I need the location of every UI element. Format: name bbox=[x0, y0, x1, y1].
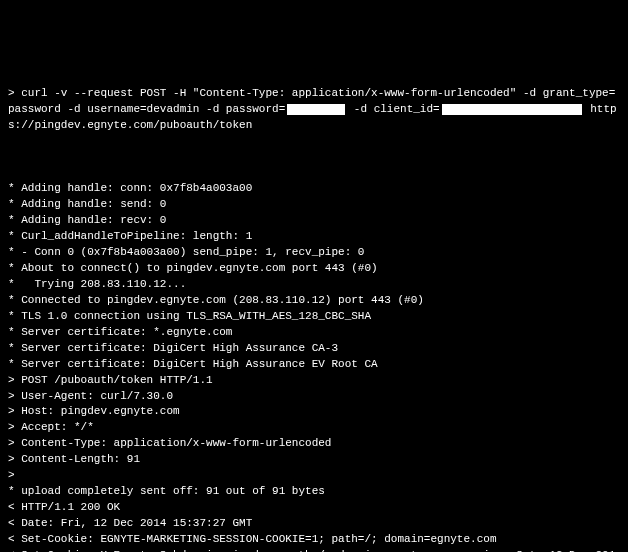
output-line: < Set-Cookie: X-Egnyte-Subdomain=pingdev… bbox=[8, 548, 620, 552]
output-line: * Adding handle: send: 0 bbox=[8, 197, 620, 213]
output-line: > Content-Type: application/x-www-form-u… bbox=[8, 436, 620, 452]
output-line: > Accept: */* bbox=[8, 420, 620, 436]
output-line: > bbox=[8, 468, 620, 484]
output-line: * Adding handle: conn: 0x7f8b4a003a00 bbox=[8, 181, 620, 197]
output-line: > User-Agent: curl/7.30.0 bbox=[8, 389, 620, 405]
output-line: > Host: pingdev.egnyte.com bbox=[8, 404, 620, 420]
output-line: * Server certificate: DigiCert High Assu… bbox=[8, 357, 620, 373]
output-line: > Content-Length: 91 bbox=[8, 452, 620, 468]
output-line: > POST /puboauth/token HTTP/1.1 bbox=[8, 373, 620, 389]
empty-line bbox=[8, 38, 620, 54]
output-line: * Server certificate: *.egnyte.com bbox=[8, 325, 620, 341]
output-line: * Connected to pingdev.egnyte.com (208.8… bbox=[8, 293, 620, 309]
redacted-client-id bbox=[442, 104, 582, 115]
output-line: < HTTP/1.1 200 OK bbox=[8, 500, 620, 516]
command-line: > curl -v --request POST -H "Content-Typ… bbox=[8, 86, 620, 134]
output-line: * upload completely sent off: 91 out of … bbox=[8, 484, 620, 500]
output-line: < Set-Cookie: EGNYTE-MARKETING-SESSION-C… bbox=[8, 532, 620, 548]
output-line: * Adding handle: recv: 0 bbox=[8, 213, 620, 229]
output-line: * TLS 1.0 connection using TLS_RSA_WITH_… bbox=[8, 309, 620, 325]
output-line: * Trying 208.83.110.12... bbox=[8, 277, 620, 293]
output-line: < Date: Fri, 12 Dec 2014 15:37:27 GMT bbox=[8, 516, 620, 532]
output-line: * About to connect() to pingdev.egnyte.c… bbox=[8, 261, 620, 277]
output-line: * Server certificate: DigiCert High Assu… bbox=[8, 341, 620, 357]
output-line: * Curl_addHandleToPipeline: length: 1 bbox=[8, 229, 620, 245]
terminal[interactable]: > curl -v --request POST -H "Content-Typ… bbox=[0, 0, 628, 552]
prompt: > bbox=[8, 87, 21, 99]
redacted-password bbox=[287, 104, 345, 115]
output-line: * - Conn 0 (0x7f8b4a003a00) send_pipe: 1… bbox=[8, 245, 620, 261]
cmd-part2: -d client_id= bbox=[347, 103, 439, 115]
